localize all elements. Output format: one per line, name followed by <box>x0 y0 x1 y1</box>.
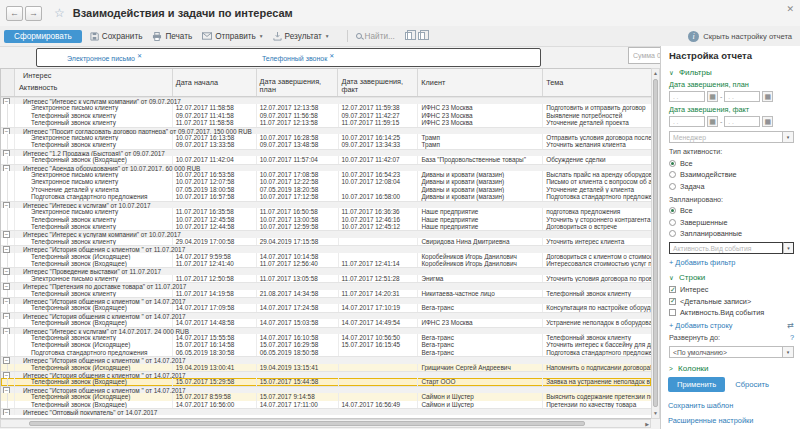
group-row[interactable]: −Интерес "1.2 Продажа (Быстрая)" от 09.0… <box>1 149 651 156</box>
group-row[interactable]: −Интерес "Интерес к услугам" от 14.07.20… <box>1 327 651 334</box>
activity-row[interactable]: Телефонный звонок (Исходящее)15.07.2017 … <box>1 341 651 348</box>
planned-option[interactable]: Завершенные <box>669 218 794 227</box>
forward-button[interactable]: → <box>25 6 42 21</box>
activity-row[interactable]: Телефонный звонок (Исходящее)14.07.2017 … <box>1 253 651 260</box>
vertical-scroll-thumb[interactable] <box>653 79 658 407</box>
remove-chip-icon[interactable]: ✕ <box>329 53 334 59</box>
filter-chip[interactable]: Телефонный звонок ✕ <box>262 52 334 62</box>
event-kind-combobox[interactable]: Активность.Вид события ▾ <box>669 242 794 254</box>
event-kind-input[interactable]: Активность.Вид события <box>669 242 783 254</box>
scroll-right-icon[interactable]: ▶ <box>645 420 649 428</box>
save-template-link[interactable]: Сохранить шаблон <box>668 401 733 410</box>
advanced-settings-link[interactable]: Расширенные настройки <box>668 416 753 425</box>
activity-row[interactable]: Электронное письмо клиенту11.07.2017 16:… <box>1 208 651 215</box>
expand-to-value[interactable]: <По умолчанию> <box>669 346 783 358</box>
group-row[interactable]: −Интерес "Аренда оборудования" от 10.07.… <box>1 164 651 171</box>
scroll-down-icon[interactable]: ▼ <box>652 409 659 418</box>
activity-row[interactable]: Электронное письмо клиенту11.07.2017 12:… <box>1 275 651 282</box>
help-icon[interactable]: ? <box>790 333 794 342</box>
group-row[interactable]: −Интерес "Оптовый покупатель" от 14.07.2… <box>1 408 651 415</box>
chevron-down-icon[interactable]: ▾ <box>783 346 794 358</box>
result-button[interactable]: Результат▾ <box>273 32 329 41</box>
date-plan-from-input[interactable]: . . <box>669 91 705 102</box>
rows-section-header[interactable]: ∨ Строки <box>669 273 794 282</box>
header-date-plan[interactable]: Дата завершения, план <box>257 69 339 96</box>
add-row-link[interactable]: + Добавить строку <box>669 321 732 330</box>
horizontal-scrollbar[interactable]: ▶ <box>0 419 651 428</box>
send-button[interactable]: Отправить▾ <box>202 32 262 41</box>
copy-icon[interactable] <box>405 32 412 40</box>
group-row[interactable]: −Интерес "Претензия по доставке товара" … <box>1 282 651 289</box>
row-field-checkbox[interactable]: Активность.Вид события <box>669 308 794 317</box>
activity-row[interactable]: Телефонный звонок (Исходящее)15.07.2017 … <box>1 393 651 400</box>
search-input[interactable]: Найти... <box>356 32 395 41</box>
save-button[interactable]: Сохранить <box>90 32 143 41</box>
date-fact-from-input[interactable]: . . <box>669 116 705 127</box>
manager-combobox[interactable]: Менеджер ▾ <box>669 131 794 143</box>
group-row[interactable]: −Интерес "История общения с клиентом " о… <box>1 312 651 319</box>
activity-row[interactable]: Телефонный звонок клиенту09.07.2017 11:4… <box>1 112 651 119</box>
group-row[interactable]: −Интерес "История общения с клиентом " о… <box>1 371 651 378</box>
remove-chip-icon[interactable]: ✕ <box>137 53 142 59</box>
activity-row[interactable]: Телефонный звонок (Входящее)10.07.2017 1… <box>1 156 651 163</box>
group-row[interactable]: −Интерес "История общения с клиентом " о… <box>1 386 651 393</box>
activity-row[interactable]: Телефонный звонок клиенту11.07.2017 14:1… <box>1 290 651 297</box>
group-row[interactable]: −Интерес "История общения с клиентом " о… <box>1 297 651 304</box>
date-fact-to-input[interactable]: . . <box>724 116 760 127</box>
activity-row[interactable]: Телефонный звонок клиенту10.07.2017 12:4… <box>1 216 651 223</box>
apply-button[interactable]: Применить <box>668 377 725 392</box>
planned-option[interactable]: Все <box>669 206 794 215</box>
activity-row[interactable]: Телефонный звонок (Входящее)14.07.2017 1… <box>1 304 651 311</box>
chevron-down-icon[interactable]: ▾ <box>783 131 794 143</box>
back-button[interactable]: ← <box>6 6 23 21</box>
add-filter-link[interactable]: + Добавить фильтр <box>669 258 794 267</box>
header-topic[interactable]: Тема <box>543 69 651 96</box>
group-row[interactable]: −Интерес "Интерес к услугам" от 10.07.20… <box>1 201 651 208</box>
activity-row[interactable]: Телефонный звонок (Входящее)14.07.2017 1… <box>1 401 651 408</box>
manager-input[interactable]: Менеджер <box>669 131 783 143</box>
group-row[interactable]: −Интерес "История общения с клиентом " о… <box>1 245 651 252</box>
activity-type-option[interactable]: Задача <box>669 182 794 191</box>
filters-section-header[interactable]: ∨ Фильтры <box>669 68 794 77</box>
expand-to-combobox[interactable]: <По умолчанию> ▾ <box>669 346 794 358</box>
date-plan-to-input[interactable]: . . <box>724 91 760 102</box>
activity-row[interactable]: Электронное письмо клиенту10.07.2017 16:… <box>1 134 651 141</box>
activity-row[interactable]: Телефонный звонок (Входящее)11.07.2017 1… <box>1 260 651 267</box>
activity-row[interactable]: Телефонный звонок (Исходящее)19.04.2019 … <box>1 364 651 371</box>
favorite-star-icon[interactable]: ☆ <box>54 6 65 20</box>
scroll-up-icon[interactable]: ▲ <box>652 69 659 78</box>
group-row[interactable]: −Интерес "История общения с клиентом " о… <box>1 356 651 363</box>
close-icon[interactable]: ✕ <box>786 4 794 14</box>
activity-row[interactable]: Подготовка стандартного предложения10.07… <box>1 193 651 200</box>
activity-row[interactable]: Электронное письмо клиенту10.07.2017 12:… <box>1 178 651 185</box>
calendar-icon[interactable]: ▦ <box>762 91 773 102</box>
activity-row[interactable]: Телефонный звонок (Входящее)14.07.2017 1… <box>1 319 651 326</box>
row-field-checkbox[interactable]: Интерес <box>669 285 794 294</box>
columns-section-header[interactable]: > Колонки <box>669 364 794 373</box>
row-field-checkbox[interactable]: <Детальные записи> <box>669 297 794 306</box>
header-interest-activity[interactable]: Интерес Активность <box>15 69 173 96</box>
group-row[interactable]: −Интерес "Интерес к услугам компании" от… <box>1 97 651 104</box>
calendar-icon[interactable]: ▦ <box>707 91 718 102</box>
activity-row[interactable]: Телефонный звонок клиенту29.04.2019 17:0… <box>1 238 651 245</box>
activity-type-option[interactable]: Взаимодействие <box>669 170 794 179</box>
generate-button[interactable]: Сформировать <box>4 30 82 43</box>
group-row[interactable]: −Интерес "Проведение выставки" от 11.07.… <box>1 267 651 274</box>
activity-row[interactable]: Телефонный звонок клиенту11.07.2017 11:5… <box>1 119 651 126</box>
activity-row[interactable]: Телефонный звонок клиенту09.07.2017 13:3… <box>1 141 651 148</box>
group-row[interactable]: −Интерес "Просит согласовать договор пар… <box>1 127 651 134</box>
group-row[interactable]: −Интерес "Интерес к услугам компании" от… <box>1 230 651 237</box>
activity-row[interactable]: Уточнение деталей у клиента07.05.2019 18… <box>1 186 651 193</box>
horizontal-scroll-thumb[interactable] <box>29 421 585 426</box>
activity-row[interactable]: Подготовка стандартного предложения06.05… <box>1 349 651 356</box>
chevron-down-icon[interactable]: ▾ <box>783 242 794 254</box>
activity-row[interactable]: Электронное письмо клиенту12.07.2017 11:… <box>1 104 651 111</box>
activity-row[interactable]: Телефонный звонок клиенту10.07.2017 12:4… <box>1 223 651 230</box>
activity-type-option[interactable]: Все <box>669 159 794 168</box>
print-button[interactable]: Печать <box>152 32 192 41</box>
reset-link[interactable]: Сбросить <box>735 380 769 389</box>
collapse-icon[interactable]: − <box>3 409 10 415</box>
swap-rows-columns-icon[interactable]: ⇄ <box>787 321 794 330</box>
hide-settings-button[interactable]: i Скрыть настройку отчета <box>688 31 796 42</box>
active-filters-box[interactable]: Электронное письмо ✕Телефонный звонок ✕ <box>36 48 541 67</box>
